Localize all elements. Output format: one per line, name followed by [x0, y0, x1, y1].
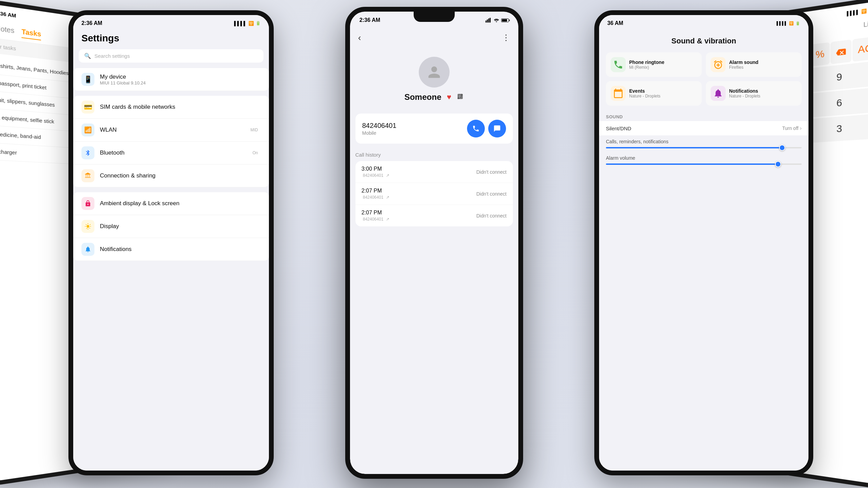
settings-time: 2:36 AM [81, 20, 102, 26]
calc-backspace-btn[interactable] [830, 39, 852, 64]
search-icon: 🔍 [84, 53, 91, 59]
settings-item-connection[interactable]: Connection & sharing [73, 164, 269, 187]
ringtone-label: Phone ringtone [629, 60, 697, 65]
sound-card-ringtone[interactable]: Phone ringtone Mi (Remix) [606, 52, 702, 77]
phone-number: 842406401 [362, 122, 397, 130]
back-button[interactable]: ‹ [358, 32, 361, 43]
tab-tasks[interactable]: Tasks [22, 28, 41, 41]
alarm-value: Fireflies [729, 65, 797, 70]
notes-time: 2:36 AM [0, 10, 16, 19]
wlan-badge: MID [250, 128, 258, 132]
call-time-3: 2:07 PM [362, 210, 390, 216]
connection-icon [81, 169, 94, 182]
notifications-sound-label: Notifications [729, 88, 797, 94]
signal-icon: ▌▌▌▌ [847, 10, 859, 16]
calls-volume-slider[interactable] [606, 147, 802, 148]
call-item-1[interactable]: 3:00 PM 842406401 ↗ Didn't connect [355, 161, 513, 183]
ambient-icon [81, 197, 94, 210]
wifi-icon [494, 18, 499, 22]
settings-group-device: 📱 My device MIUI 11 Global 9.10.24 [73, 68, 269, 91]
settings-item-sim[interactable]: 💳 SIM cards & mobile networks [73, 96, 269, 119]
phone-settings: 2:36 AM ▌▌▌▌ 🛜 🔋 Settings 🔍 Search setti… [68, 10, 274, 475]
events-value: Nature - Droplets [629, 94, 697, 98]
silent-dnd-row[interactable]: Silent/DND Turn off › [599, 121, 808, 135]
favorite-icon[interactable]: ♥ [447, 93, 451, 102]
wifi-icon: 🛜 [248, 21, 254, 26]
sound-time: 36 AM [607, 20, 623, 26]
settings-title: Settings [73, 31, 269, 49]
call-history-card: 3:00 PM 842406401 ↗ Didn't connect 2:07 … [355, 161, 513, 226]
wlan-icon: 📶 [81, 123, 94, 136]
contact-name: Someone [404, 92, 441, 102]
more-options-button[interactable]: ⋮ [502, 33, 510, 42]
settings-item-notifications[interactable]: Notifications [73, 238, 269, 261]
wifi-icon: 🛜 [861, 8, 867, 14]
silent-dnd-label: Silent/DND [606, 126, 631, 131]
alarm-volume-slider[interactable] [606, 163, 802, 165]
mydevice-icon: 📱 [81, 73, 94, 86]
svg-rect-1 [487, 19, 488, 23]
sound-card-notifications[interactable]: Notifications Nature - Droplets [706, 81, 802, 106]
call-number-1: 842406401 ↗ [362, 173, 390, 178]
main-nav-bar: ‹ ⋮ [350, 29, 518, 47]
sound-card-alarm[interactable]: Alarm sound Fireflies [706, 52, 802, 77]
notifications-sound-icon [711, 86, 726, 101]
message-button[interactable] [488, 120, 506, 137]
alarm-volume-label: Alarm volume [606, 155, 802, 161]
calc-ac-btn[interactable]: AC [852, 36, 868, 62]
settings-item-display[interactable]: Display [73, 215, 269, 238]
call-item-3[interactable]: 2:07 PM 842406401 ↗ Didn't connect [355, 205, 513, 226]
sound-vibration-title: Sound & vibration [599, 31, 808, 52]
phone-main: 2:36 AM [345, 7, 523, 479]
calls-volume-label: Calls, reminders, notifications [606, 139, 802, 144]
contact-avatar [419, 57, 450, 88]
settings-item-mydevice[interactable]: 📱 My device MIUI 11 Global 9.10.24 [73, 68, 269, 91]
notifications-sound-value: Nature - Droplets [729, 94, 797, 98]
settings-item-bluetooth[interactable]: Bluetooth On [73, 142, 269, 164]
ringtone-icon [611, 57, 626, 72]
tab-life[interactable]: Life [864, 20, 868, 29]
bluetooth-icon [81, 146, 94, 159]
phone-sound: 36 AM ▌▌▌▌ 🛜 🔋 Sound & vibration Phone r… [594, 10, 813, 475]
main-time: 2:36 AM [360, 17, 380, 23]
svg-rect-2 [488, 18, 489, 23]
call-time-2: 2:07 PM [362, 188, 390, 194]
battery-icon: 🔋 [256, 21, 261, 26]
call-status-1: Didn't connect [476, 169, 506, 175]
sound-card-events[interactable]: Events Nature - Droplets [606, 81, 702, 106]
battery-icon [501, 18, 509, 22]
contact-name-row: Someone ♥ [404, 92, 464, 102]
call-status-3: Didn't connect [476, 213, 506, 219]
signal-icon: ▌▌▌▌ [234, 21, 247, 26]
sound-cards-grid: Phone ringtone Mi (Remix) Alarm sound Fi… [599, 52, 808, 111]
silent-dnd-arrow: › [800, 125, 802, 131]
call-item-2[interactable]: 2:07 PM 842406401 ↗ Didn't connect [355, 183, 513, 205]
call-button[interactable] [467, 120, 485, 137]
signal-bars-icon [485, 18, 492, 23]
calls-volume-row: Calls, reminders, notifications [599, 135, 808, 152]
mydevice-label: My device [100, 74, 261, 80]
tab-notes[interactable]: Notes [0, 24, 14, 37]
wlan-label: WLAN [100, 127, 245, 133]
bluetooth-status: On [252, 150, 258, 155]
alarm-icon [711, 57, 726, 72]
svg-rect-3 [490, 18, 491, 23]
edit-contact-icon[interactable] [457, 93, 464, 102]
call-number-3: 842406401 ↗ [362, 216, 390, 222]
alarm-label: Alarm sound [729, 60, 797, 65]
ringtone-value: Mi (Remix) [629, 65, 697, 70]
alarm-volume-row: Alarm volume [599, 152, 808, 168]
settings-search-bar[interactable]: 🔍 Search settings [79, 49, 263, 63]
phone-number-card: 842406401 Mobile [355, 114, 513, 144]
events-icon [611, 86, 626, 101]
settings-item-ambient[interactable]: Ambient display & Lock screen [73, 192, 269, 215]
settings-item-wlan[interactable]: 📶 WLAN MID [73, 119, 269, 142]
search-placeholder: Search settings [94, 53, 130, 59]
sim-icon: 💳 [81, 101, 94, 114]
wifi-icon: 🛜 [789, 21, 794, 26]
battery-icon: 🔋 [795, 21, 800, 26]
svg-rect-0 [485, 21, 487, 23]
call-history-title: Call history [355, 152, 513, 158]
settings-group-display: Ambient display & Lock screen Display No… [73, 192, 269, 261]
notifications-settings-label: Notifications [100, 246, 261, 253]
